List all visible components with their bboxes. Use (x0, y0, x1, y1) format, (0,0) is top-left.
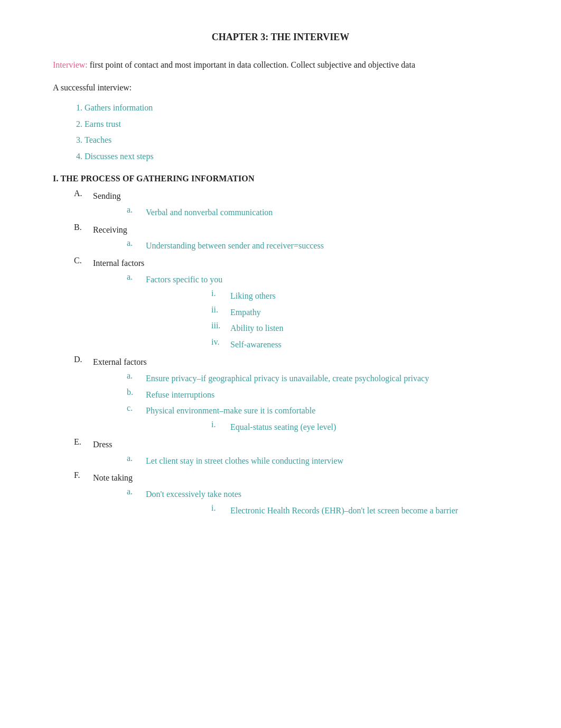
outline-iii-listen: iii. Ability to listen (211, 321, 508, 336)
outline-iv-selfawareness: iv. Self-awareness (211, 337, 508, 353)
successful-label: A successful interview: (53, 80, 508, 95)
outline-c-physical: c. Physical environment–make sure it is … (127, 403, 508, 435)
label-E-dress: Dress (93, 437, 508, 453)
outline-D: D. External factors a. Ensure privacy–if… (74, 355, 508, 435)
page-title: CHAPTER 3: THE INTERVIEW (53, 32, 508, 43)
label-iv-selfawareness: Self-awareness (230, 337, 508, 353)
label-a-notes: Don't excessively take notes (146, 487, 508, 502)
label-a-privacy: Ensure privacy–if geographical privacy i… (146, 371, 508, 386)
marker-a-understanding: a. (127, 238, 146, 248)
list-item: Discusses next steps (85, 149, 508, 164)
marker-i-seating: i. (211, 420, 230, 429)
label-F-notetaking: Note taking (93, 471, 508, 486)
label-a-understanding: Understanding between sender and receive… (146, 238, 508, 254)
marker-ii-empathy: ii. (211, 305, 230, 315)
label-i-liking: Liking others (230, 289, 508, 304)
marker-a-factors: a. (127, 272, 146, 282)
marker-i-liking: i. (211, 289, 230, 298)
marker-a-verbal: a. (127, 205, 146, 215)
outline-C: C. Internal factors a. Factors specific … (74, 256, 508, 353)
label-b-interruptions: Refuse interruptions (146, 388, 508, 403)
outline-i-seating: i. Equal-status seating (eye level) (211, 420, 508, 435)
outline-F: F. Note taking a. Don't excessively take… (74, 471, 508, 518)
outline-a-client-clothes: a. Let client stay in street clothes whi… (127, 454, 508, 469)
interview-word: Interview: (53, 60, 88, 69)
label-A-sending: Sending (93, 189, 508, 204)
marker-iii-listen: iii. (211, 321, 230, 330)
label-iii-listen: Ability to listen (230, 321, 508, 336)
outline-a-understanding: a. Understanding between sender and rece… (127, 238, 508, 254)
label-a-verbal: Verbal and nonverbal communication (146, 205, 508, 220)
marker-a-notes: a. (127, 487, 146, 496)
successful-list: Gathers information Earns trust Teaches … (85, 100, 508, 164)
outline-a-privacy: a. Ensure privacy–if geographical privac… (127, 371, 508, 386)
marker-A: A. (74, 189, 93, 198)
label-ii-empathy: Empathy (230, 305, 508, 320)
marker-iv-selfawareness: iv. (211, 337, 230, 347)
intro-rest: first point of contact and most importan… (88, 60, 415, 69)
outline-a-factors: a. Factors specific to you i. Liking oth… (127, 272, 508, 353)
marker-C: C. (74, 256, 93, 265)
list-item: Earns trust (85, 116, 508, 132)
label-C-internal: Internal factors (93, 256, 508, 271)
label-i-ehr: Electronic Health Records (EHR)–don't le… (230, 503, 508, 519)
outline-i-liking: i. Liking others (211, 289, 508, 304)
label-a-client-clothes: Let client stay in street clothes while … (146, 454, 508, 469)
marker-E: E. (74, 437, 93, 447)
intro-paragraph: Interview: first point of contact and mo… (53, 58, 508, 72)
outline-E: E. Dress a. Let client stay in street cl… (74, 437, 508, 469)
label-c-physical: Physical environment–make sure it is com… (146, 403, 508, 419)
marker-D: D. (74, 355, 93, 364)
marker-a-privacy: a. (127, 371, 146, 381)
label-B-receiving: Receiving (93, 223, 508, 238)
outline-A: A. Sending a. Verbal and nonverbal commu… (74, 189, 508, 220)
label-a-factors: Factors specific to you (146, 272, 508, 288)
marker-a-client-clothes: a. (127, 454, 146, 463)
outline-i-ehr: i. Electronic Health Records (EHR)–don't… (211, 503, 508, 519)
list-item: Gathers information (85, 100, 508, 116)
marker-i-ehr: i. (211, 503, 230, 513)
marker-B: B. (74, 223, 93, 232)
label-D-external: External factors (93, 355, 508, 370)
outline-B: B. Receiving a. Understanding between se… (74, 223, 508, 254)
outline-ii-empathy: ii. Empathy (211, 305, 508, 320)
marker-b-interruptions: b. (127, 388, 146, 397)
marker-F: F. (74, 471, 93, 480)
outline-b-interruptions: b. Refuse interruptions (127, 388, 508, 403)
marker-c-physical: c. (127, 403, 146, 413)
label-i-seating: Equal-status seating (eye level) (230, 420, 508, 435)
outline-a-notes: a. Don't excessively take notes i. Elect… (127, 487, 508, 519)
list-item: Teaches (85, 132, 508, 148)
section1-heading: I. THE PROCESS OF GATHERING INFORMATION (53, 174, 508, 183)
outline-a-verbal: a. Verbal and nonverbal communication (127, 205, 508, 220)
